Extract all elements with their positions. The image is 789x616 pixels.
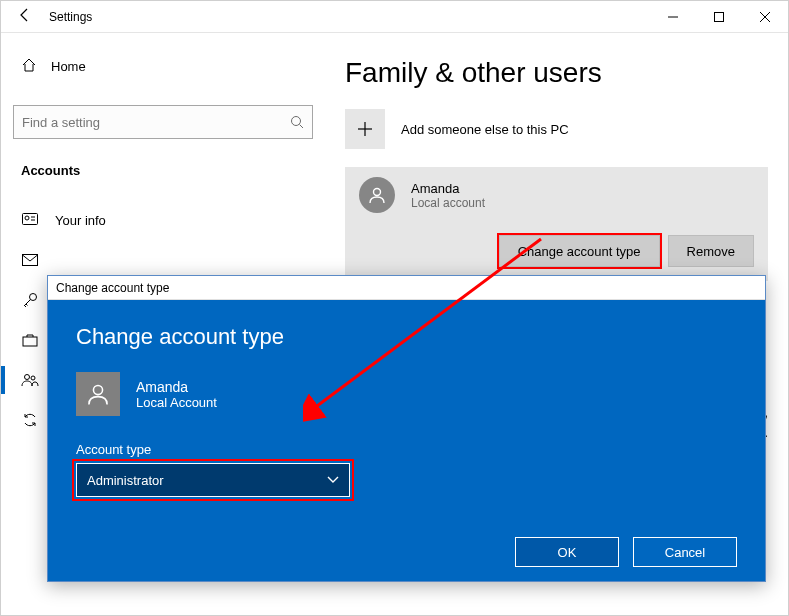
chevron-down-icon [327, 476, 339, 484]
svg-point-13 [25, 375, 30, 380]
dialog-heading: Change account type [76, 324, 737, 350]
people-icon [21, 373, 39, 387]
page-title: Family & other users [345, 57, 768, 89]
close-button[interactable] [742, 1, 788, 33]
home-nav[interactable]: Home [13, 45, 313, 87]
window-title: Settings [49, 10, 650, 24]
svg-point-7 [25, 216, 29, 220]
maximize-button[interactable] [696, 1, 742, 33]
sync-icon [21, 412, 39, 428]
dialog-title: Change account type [56, 281, 169, 295]
user-subtitle: Local account [411, 196, 485, 210]
sidebar-item-email[interactable] [13, 240, 313, 280]
svg-line-5 [300, 125, 304, 129]
id-card-icon [21, 213, 39, 227]
window-titlebar: Settings [1, 1, 788, 33]
ok-button[interactable]: OK [515, 537, 619, 567]
mail-icon [21, 254, 39, 266]
user-name: Amanda [411, 181, 485, 196]
dialog-user-subtitle: Local Account [136, 395, 217, 410]
button-label: Remove [687, 244, 735, 259]
key-icon [21, 292, 39, 308]
dropdown-value: Administrator [87, 473, 164, 488]
change-account-type-button[interactable]: Change account type [499, 235, 660, 267]
search-icon [290, 115, 304, 129]
svg-point-14 [31, 376, 35, 380]
briefcase-icon [21, 333, 39, 347]
home-label: Home [51, 59, 86, 74]
search-placeholder: Find a setting [22, 115, 290, 130]
sidebar-item-label: Your info [55, 213, 106, 228]
svg-point-4 [292, 117, 301, 126]
avatar [76, 372, 120, 416]
svg-rect-1 [715, 12, 724, 21]
svg-point-11 [30, 294, 37, 301]
dialog-titlebar: Change account type [48, 276, 765, 300]
svg-rect-12 [23, 337, 37, 346]
person-icon [367, 185, 387, 205]
section-heading: Accounts [13, 163, 313, 178]
cancel-button[interactable]: Cancel [633, 537, 737, 567]
plus-icon [356, 120, 374, 138]
svg-point-18 [93, 386, 102, 395]
person-icon [85, 381, 111, 407]
add-user-label: Add someone else to this PC [401, 122, 569, 137]
back-button[interactable] [1, 7, 49, 27]
button-label: Cancel [665, 545, 705, 560]
button-label: OK [558, 545, 577, 560]
account-type-dropdown[interactable]: Administrator [76, 463, 350, 497]
sidebar-item-your-info[interactable]: Your info [13, 200, 313, 240]
search-input[interactable]: Find a setting [13, 105, 313, 139]
account-type-label: Account type [76, 442, 737, 457]
add-user-button[interactable] [345, 109, 385, 149]
user-card[interactable]: Amanda Local account Change account type… [345, 167, 768, 281]
change-account-type-dialog: Change account type Change account type … [47, 275, 766, 582]
dialog-user-name: Amanda [136, 379, 217, 395]
svg-rect-10 [23, 255, 38, 266]
minimize-button[interactable] [650, 1, 696, 33]
button-label: Change account type [518, 244, 641, 259]
svg-point-17 [374, 189, 381, 196]
avatar [359, 177, 395, 213]
home-icon [21, 57, 37, 76]
remove-user-button[interactable]: Remove [668, 235, 754, 267]
